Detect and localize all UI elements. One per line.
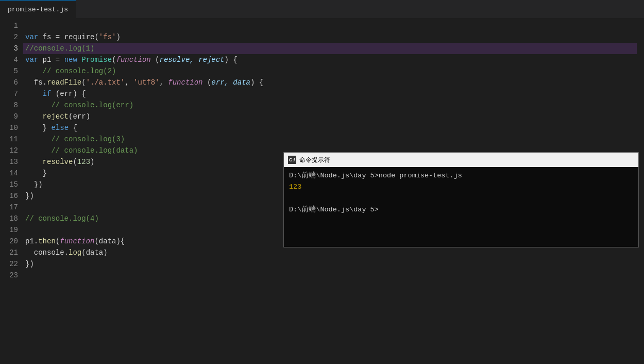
line-number-3: 3 bbox=[8, 43, 18, 54]
line-number-11: 11 bbox=[8, 134, 18, 145]
line-number-9: 9 bbox=[8, 111, 18, 122]
code-line-21: console.log(data) bbox=[23, 247, 637, 258]
terminal-line: D:\前端\Node.js\day 5>node promise-test.js bbox=[289, 170, 633, 181]
line-number-4: 4 bbox=[8, 54, 18, 65]
line-number-8: 8 bbox=[8, 100, 18, 111]
code-line-10: } else { bbox=[23, 122, 637, 134]
line-number-10: 10 bbox=[8, 122, 18, 134]
line-number-15: 15 bbox=[8, 179, 18, 190]
code-line-5: // console.log(2) bbox=[23, 65, 637, 77]
code-line-23 bbox=[23, 270, 637, 281]
code-line-6: fs.readFile('./a.txt', 'utf8', function … bbox=[23, 77, 637, 88]
code-line-22: }) bbox=[23, 258, 637, 270]
line-number-7: 7 bbox=[8, 88, 18, 100]
line-number-1: 1 bbox=[8, 20, 18, 31]
line-number-20: 20 bbox=[8, 236, 18, 247]
code-line-8: // console.log(err) bbox=[23, 100, 637, 111]
code-line-3: //console.log(1) bbox=[23, 43, 637, 54]
code-line-4: var p1 = new Promise(function (resolve, … bbox=[23, 54, 637, 65]
line-number-22: 22 bbox=[8, 258, 18, 270]
tab-bar: promise-test.js bbox=[0, 0, 644, 18]
code-line-11: // console.log(3) bbox=[23, 134, 637, 145]
line-number-19: 19 bbox=[8, 224, 18, 236]
tab-promise-test[interactable]: promise-test.js bbox=[0, 0, 76, 18]
line-number-12: 12 bbox=[8, 145, 18, 156]
line-number-17: 17 bbox=[8, 202, 18, 213]
line-number-5: 5 bbox=[8, 65, 18, 77]
terminal-window: C:\ 命令提示符 D:\前端\Node.js\day 5>node promi… bbox=[283, 152, 639, 247]
line-number-6: 6 bbox=[8, 77, 18, 88]
line-number-18: 18 bbox=[8, 213, 18, 224]
terminal-icon: C:\ bbox=[288, 156, 296, 164]
line-number-2: 2 bbox=[8, 31, 18, 43]
line-number-21: 21 bbox=[8, 247, 18, 258]
tab-label: promise-test.js bbox=[8, 6, 68, 13]
terminal-body[interactable]: D:\前端\Node.js\day 5>node promise-test.js… bbox=[284, 167, 638, 219]
code-line-1 bbox=[23, 20, 637, 31]
code-line-2: var fs = require('fs') bbox=[23, 31, 637, 43]
editor-container: 1234567891011121314151617181920212223 va… bbox=[0, 18, 644, 364]
line-number-16: 16 bbox=[8, 190, 18, 202]
terminal-line: D:\前端\Node.js\day 5> bbox=[289, 204, 633, 216]
terminal-line: 123 bbox=[289, 181, 633, 193]
terminal-line bbox=[289, 193, 633, 204]
line-numbers: 1234567891011121314151617181920212223 bbox=[0, 18, 23, 364]
line-number-23: 23 bbox=[8, 270, 18, 281]
code-line-7: if (err) { bbox=[23, 88, 637, 100]
line-number-13: 13 bbox=[8, 156, 18, 168]
terminal-title-bar: C:\ 命令提示符 bbox=[284, 153, 638, 167]
line-number-14: 14 bbox=[8, 168, 18, 179]
code-line-9: reject(err) bbox=[23, 111, 637, 122]
terminal-title: 命令提示符 bbox=[299, 156, 330, 164]
